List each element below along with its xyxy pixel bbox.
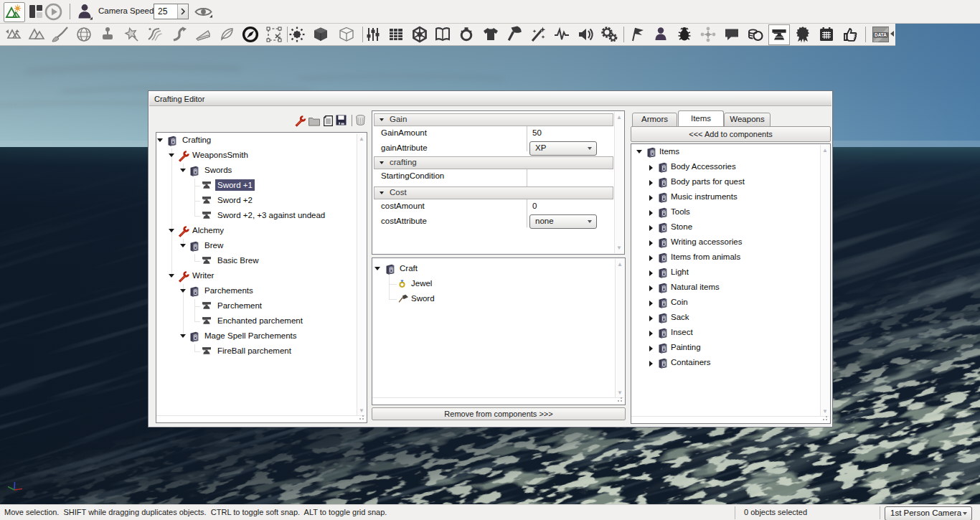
svg-text:DATA: DATA	[875, 32, 887, 37]
